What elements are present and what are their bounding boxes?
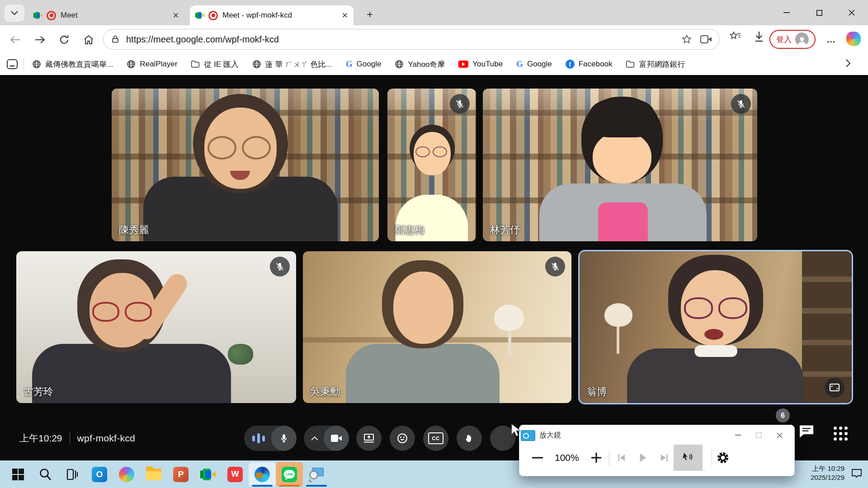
start-button[interactable] bbox=[5, 462, 32, 487]
video-feed bbox=[112, 89, 379, 241]
bookmark-star-icon[interactable] bbox=[681, 34, 692, 45]
favorites-button[interactable] bbox=[729, 30, 741, 43]
video-tile[interactable]: 翁博 bbox=[580, 251, 852, 403]
tab-close-icon[interactable]: ✕ bbox=[342, 11, 348, 20]
avatar-icon bbox=[795, 33, 809, 46]
pointer-arrow-icon bbox=[511, 424, 521, 437]
home-button[interactable] bbox=[81, 33, 96, 47]
divider bbox=[712, 450, 712, 466]
refresh-button[interactable] bbox=[57, 33, 71, 47]
magnifier-settings-button[interactable] bbox=[717, 451, 729, 464]
decor bbox=[694, 345, 737, 357]
bookmark-item[interactable]: 富邦網路銀行 bbox=[626, 59, 685, 70]
camera-button[interactable] bbox=[324, 426, 349, 451]
tab-search-button[interactable] bbox=[5, 5, 24, 22]
bookmark-item[interactable]: 從 IE 匯入 bbox=[191, 59, 239, 70]
signin-button[interactable]: 登入 bbox=[769, 30, 816, 49]
video-tile[interactable]: 陳秀麗 bbox=[112, 89, 379, 241]
bookmark-item[interactable]: Yahoo奇摩 bbox=[395, 59, 445, 70]
browser-menu-button[interactable]: … bbox=[826, 34, 836, 45]
magnifier-window[interactable]: 放大鏡 100% bbox=[519, 425, 795, 476]
forward-button[interactable] bbox=[33, 33, 47, 47]
taskbar-copilot-icon[interactable] bbox=[113, 462, 140, 487]
play-button[interactable] bbox=[638, 453, 647, 463]
taskbar-powerpoint-icon[interactable]: P bbox=[167, 462, 194, 487]
present-screen-button[interactable] bbox=[356, 426, 382, 451]
chat-button[interactable] bbox=[798, 424, 815, 439]
skip-start-button[interactable] bbox=[617, 453, 627, 463]
meeting-code: wpf-mokf-kcd bbox=[77, 433, 135, 444]
magnifier-controls: 100% bbox=[519, 443, 794, 472]
camera-in-address-icon[interactable] bbox=[700, 35, 712, 44]
taskbar-edge-icon[interactable] bbox=[249, 462, 276, 487]
video-tile[interactable]: 古芳玲 bbox=[16, 251, 296, 403]
mic-control[interactable] bbox=[244, 426, 297, 451]
tab-close-icon[interactable]: ✕ bbox=[173, 11, 179, 20]
reactions-button[interactable] bbox=[390, 426, 415, 451]
mic-button[interactable] bbox=[271, 426, 297, 451]
bookmark-item[interactable]: 藏傳佛教直貢噶舉... bbox=[32, 59, 113, 70]
bookmark-item[interactable]: f Facebook bbox=[566, 60, 613, 69]
raise-hand-button[interactable] bbox=[457, 426, 482, 451]
task-view-button[interactable] bbox=[59, 462, 86, 487]
bookmark-label: Facebook bbox=[579, 60, 613, 69]
skip-end-button[interactable] bbox=[659, 453, 669, 463]
magnifier-close-button[interactable] bbox=[769, 428, 790, 442]
taskbar-meet-icon[interactable] bbox=[194, 462, 222, 487]
magnifier-minimize-button[interactable] bbox=[727, 428, 748, 442]
close-window-button[interactable] bbox=[835, 0, 868, 25]
new-tab-button[interactable]: + bbox=[362, 6, 378, 23]
read-from-here-button[interactable] bbox=[674, 445, 703, 471]
video-tile[interactable]: 鄭惠梅 bbox=[387, 89, 476, 241]
bookmarks-overflow-button[interactable] bbox=[845, 59, 851, 68]
picture-in-picture-icon[interactable] bbox=[825, 378, 844, 398]
bookmark-item[interactable]: YouTube bbox=[458, 60, 503, 69]
screen: Meet ✕ Meet - wpf-mokf-kcd ✕ + bbox=[0, 0, 868, 488]
taskbar-wps-icon[interactable]: W bbox=[222, 462, 249, 487]
smiley-icon bbox=[396, 432, 408, 444]
taskbar-search-button[interactable] bbox=[32, 462, 59, 487]
bookmark-label: RealPlayer bbox=[140, 60, 177, 69]
address-bar[interactable]: https://meet.google.com/wpf-mokf-kcd bbox=[103, 29, 720, 50]
decor bbox=[802, 251, 852, 403]
taskbar-magnifier-icon[interactable] bbox=[303, 462, 330, 487]
bookmark-item[interactable]: 蓮 華 ㄏㄨㄚ 色比... bbox=[252, 59, 332, 70]
video-tile[interactable]: 吳秉勳 bbox=[303, 251, 571, 403]
divider bbox=[70, 432, 70, 444]
browser-toolbar: https://meet.google.com/wpf-mokf-kcd 登入 … bbox=[0, 25, 868, 53]
tab-meet-active[interactable]: Meet - wpf-mokf-kcd ✕ bbox=[190, 5, 354, 25]
bookmarks-sidebar-icon[interactable] bbox=[6, 59, 18, 70]
zoom-out-button[interactable] bbox=[532, 456, 543, 459]
magnifier-maximize-button[interactable] bbox=[748, 428, 769, 442]
bookmark-item[interactable]: G Google bbox=[346, 59, 382, 69]
mic-muted-icon bbox=[450, 94, 470, 114]
chevron-down-icon bbox=[11, 11, 18, 15]
tab-meet[interactable]: Meet ✕ bbox=[28, 5, 184, 25]
bookmark-item[interactable]: RealPlayer bbox=[127, 60, 177, 69]
video-tile[interactable]: 林芳伃 bbox=[483, 89, 757, 241]
taskbar-line-icon[interactable]: LINE bbox=[276, 462, 303, 487]
magnifier-titlebar[interactable]: 放大鏡 bbox=[519, 425, 794, 443]
copilot-icon[interactable] bbox=[846, 32, 861, 46]
mouse-cursor bbox=[511, 424, 521, 437]
maximize-button[interactable] bbox=[803, 0, 835, 25]
camera-control[interactable] bbox=[304, 426, 349, 451]
signin-label: 登入 bbox=[776, 34, 792, 45]
home-icon bbox=[83, 35, 94, 45]
downloads-button[interactable] bbox=[753, 30, 765, 43]
apps-grid-icon[interactable] bbox=[834, 427, 848, 441]
download-icon bbox=[753, 30, 765, 43]
chevron-up-icon[interactable] bbox=[311, 436, 318, 441]
system-clock[interactable]: 上午 10:29 2025/12/29 bbox=[811, 464, 844, 482]
zoom-in-button[interactable] bbox=[591, 452, 602, 463]
taskbar-file-explorer-icon[interactable] bbox=[140, 462, 167, 487]
bookmark-item[interactable]: G Google bbox=[516, 59, 552, 69]
captions-button[interactable]: CC bbox=[423, 426, 448, 451]
back-button[interactable] bbox=[8, 33, 23, 47]
minimize-button[interactable] bbox=[770, 0, 803, 25]
notification-center-button[interactable] bbox=[851, 468, 863, 479]
video-feed bbox=[483, 89, 757, 241]
camera-icon bbox=[330, 434, 342, 443]
taskbar-outlook-icon[interactable]: O bbox=[86, 462, 113, 487]
participant-name: 陳秀麗 bbox=[119, 223, 149, 237]
